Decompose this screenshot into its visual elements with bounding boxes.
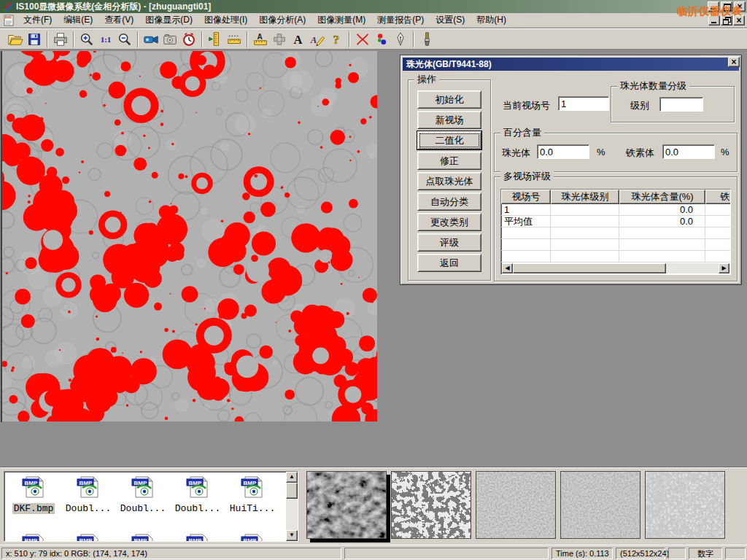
thumbnail-2[interactable] xyxy=(391,471,471,539)
micrograph-image[interactable] xyxy=(1,51,379,422)
scroll-down-arrow[interactable]: ▼ xyxy=(286,530,298,541)
brush-tool-button[interactable] xyxy=(417,30,436,49)
grade-button[interactable]: 评级 xyxy=(417,233,481,252)
file-name[interactable]: Doubl... xyxy=(64,503,112,514)
correct-button[interactable]: 修正 xyxy=(417,152,481,170)
ferrite-label: 铁素体 xyxy=(626,147,654,160)
curve-erase-button[interactable] xyxy=(353,30,372,49)
file-name[interactable]: Doubl... xyxy=(174,503,222,514)
menu-image-processing[interactable]: 图像处理(I) xyxy=(198,12,253,28)
multiview-group-label: 多视场评级 xyxy=(500,171,554,182)
zoom-in-button[interactable] xyxy=(77,30,96,49)
measure-label-button[interactable]: A xyxy=(251,30,270,49)
col-ferrite[interactable]: 铁素体 xyxy=(705,190,731,204)
annotate-button[interactable]: A xyxy=(308,30,327,49)
scroll-right-arrow[interactable]: ▶ xyxy=(719,263,729,273)
open-file-button[interactable] xyxy=(6,30,25,49)
file-item[interactable]: BMP xyxy=(226,534,279,542)
dialog-close-button[interactable] xyxy=(728,57,740,67)
menu-image-display[interactable]: 图像显示(D) xyxy=(139,12,198,28)
file-item[interactable]: BMP Doubl... xyxy=(62,476,115,514)
mdi-client-area: 珠光体(GB/T9441-88) 操作 初始化 新视场 二值化 修正 点取珠光体… xyxy=(0,50,747,467)
change-class-button[interactable]: 更改类别 xyxy=(417,213,481,231)
dialog-title-bar[interactable]: 珠光体(GB/T9441-88) xyxy=(403,58,739,71)
snapshot-button[interactable] xyxy=(160,30,179,49)
return-button[interactable]: 返回 xyxy=(417,254,481,272)
initialize-button[interactable]: 初始化 xyxy=(417,90,481,109)
current-view-input[interactable] xyxy=(558,96,609,111)
menu-bar: DOC 文件(F) 编辑(E) 查看(V) 图像显示(D) 图像处理(I) 图像… xyxy=(0,13,747,28)
table-horizontal-scrollbar[interactable]: ◀ ▶ xyxy=(502,263,729,273)
thumbnail-1[interactable] xyxy=(306,471,387,539)
grade-input[interactable] xyxy=(659,97,703,112)
dialog-title: 珠光体(GB/T9441-88) xyxy=(406,59,492,69)
auto-classify-button[interactable]: 自动分类 xyxy=(417,192,481,211)
file-item[interactable]: BMP xyxy=(171,534,224,542)
video-capture-button[interactable] xyxy=(142,30,160,49)
svg-text:?: ? xyxy=(333,32,339,47)
multiview-table[interactable]: 视场号 珠光体级别 珠光体含量(%) 铁素体 1 0.0 平均值 xyxy=(500,189,731,275)
text-tool-button[interactable]: A xyxy=(289,30,308,49)
image-size-panel: (512x512x24) xyxy=(616,548,665,559)
menu-image-analysis[interactable]: 图像分析(A) xyxy=(253,12,311,28)
ruler-measure-button[interactable] xyxy=(225,30,244,49)
save-button[interactable] xyxy=(25,30,44,49)
scrollbar-thumb[interactable] xyxy=(513,263,666,273)
file-list-scrollbar[interactable]: ▲ ▼ xyxy=(286,472,298,541)
file-item[interactable]: BMP DKF.bmp xyxy=(7,476,60,514)
menu-image-measure[interactable]: 图像测量(M) xyxy=(311,12,371,28)
menu-view[interactable]: 查看(V) xyxy=(98,12,139,28)
table-row-empty xyxy=(501,251,731,262)
document-icon[interactable]: DOC xyxy=(4,15,15,26)
svg-text:A: A xyxy=(294,33,303,47)
table-row[interactable]: 平均值 0.0 xyxy=(501,216,731,228)
file-item[interactable]: BMP HuiTi... xyxy=(226,476,279,514)
menu-file[interactable]: 文件(F) xyxy=(18,12,58,28)
file-item[interactable]: BMP xyxy=(7,534,60,542)
merge-grid-button[interactable] xyxy=(270,30,289,49)
col-pearlite-content[interactable]: 珠光体含量(%) xyxy=(619,190,705,204)
help-button[interactable]: ? xyxy=(327,30,346,49)
file-name[interactable]: Doubl... xyxy=(119,503,167,514)
svg-text:DOC: DOC xyxy=(5,15,12,19)
thumbnail-5[interactable] xyxy=(645,471,725,539)
file-name[interactable]: HuiTi... xyxy=(228,503,276,514)
menu-settings[interactable]: 设置(S) xyxy=(430,12,471,28)
col-pearlite-grade[interactable]: 珠光体级别 xyxy=(551,190,619,204)
col-field-number[interactable]: 视场号 xyxy=(501,190,551,204)
pick-pearlite-button[interactable]: 点取珠光体 xyxy=(417,172,481,190)
cell-ferrite xyxy=(705,204,731,216)
phase-particles-button[interactable] xyxy=(372,30,391,49)
table-row[interactable]: 1 0.0 xyxy=(501,204,731,216)
file-item[interactable]: BMP Doubl... xyxy=(171,476,224,514)
caliper-measure-button[interactable] xyxy=(206,30,225,49)
percent-group: 百分含量 珠光体 % 铁素体 % xyxy=(494,133,738,172)
file-browser[interactable]: BMP DKF.bmp BMP Doubl... BMP Doubl... BM… xyxy=(4,471,298,542)
pen-tool-button[interactable] xyxy=(391,30,410,49)
binarize-button[interactable]: 二值化 xyxy=(417,131,481,149)
toolbar-separator xyxy=(201,31,203,47)
thumbnail-4[interactable] xyxy=(560,471,640,539)
scrollbar-thumb[interactable] xyxy=(286,483,298,499)
scroll-up-arrow[interactable]: ▲ xyxy=(286,472,298,483)
print-button[interactable] xyxy=(51,30,70,49)
file-item[interactable]: BMP xyxy=(117,534,169,542)
pearlite-percent-input[interactable] xyxy=(537,144,589,159)
bmp-file-icon: BMP xyxy=(77,476,100,498)
ferrite-percent-input[interactable] xyxy=(662,144,715,159)
menu-edit[interactable]: 编辑(E) xyxy=(58,12,98,28)
caliper-icon xyxy=(207,31,223,47)
scroll-left-arrow[interactable]: ◀ xyxy=(502,263,513,273)
menu-help[interactable]: 帮助(H) xyxy=(471,12,512,28)
actual-size-button[interactable]: 1:1 xyxy=(96,30,115,49)
zoom-out-button[interactable] xyxy=(115,30,134,49)
new-field-button[interactable]: 新视场 xyxy=(417,111,481,129)
multiview-group: 多视场评级 视场号 珠光体级别 珠光体含量(%) 铁素体 1 0.0 xyxy=(494,176,738,281)
file-name[interactable]: DKF.bmp xyxy=(12,503,55,514)
thumbnail-3[interactable] xyxy=(476,471,556,539)
file-item[interactable]: BMP xyxy=(62,534,115,542)
timer-capture-button[interactable] xyxy=(179,30,198,49)
svg-text:BMP: BMP xyxy=(244,537,257,542)
menu-measure-report[interactable]: 测量报告(P) xyxy=(371,12,430,28)
file-item[interactable]: BMP Doubl... xyxy=(117,476,169,514)
